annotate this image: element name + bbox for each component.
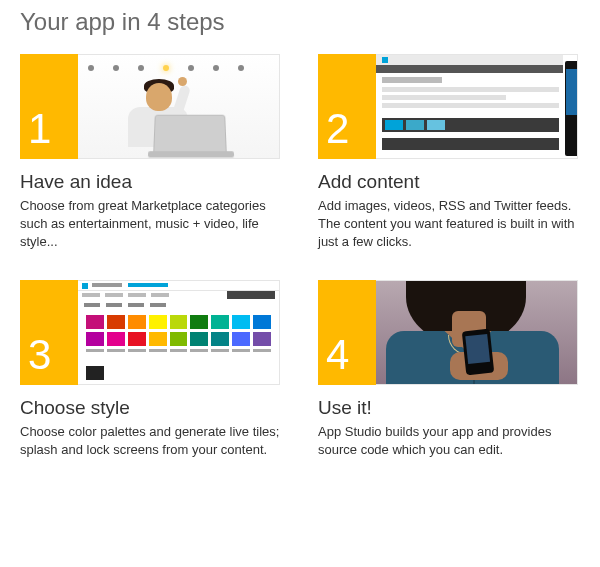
step-number-badge: 4 (318, 280, 376, 385)
step-card-2: 2 Add content Add images, videos, RSS an… (300, 54, 580, 252)
lightbulb-icon (78, 59, 279, 77)
illustration-use-phone (376, 280, 578, 385)
color-swatch (170, 315, 188, 329)
illustration-idea (78, 54, 280, 159)
laptop-icon (153, 115, 227, 155)
step-description: Add images, videos, RSS and Twitter feed… (318, 197, 580, 252)
color-swatch (211, 315, 229, 329)
color-swatch (190, 332, 208, 346)
phone-icon (565, 61, 578, 156)
step-tile-1: 1 (20, 54, 280, 159)
phone-icon (462, 328, 494, 375)
color-swatch (232, 315, 250, 329)
page-title: Your app in 4 steps (0, 0, 600, 54)
color-swatch (86, 315, 104, 329)
color-swatch (86, 332, 104, 346)
color-swatch (128, 332, 146, 346)
color-swatch (170, 332, 188, 346)
step-number-badge: 3 (20, 280, 78, 385)
steps-grid: 1 Have an idea Choose from great Marketp… (0, 54, 600, 487)
step-description: App Studio builds your app and provides … (318, 423, 580, 459)
step-title: Have an idea (20, 171, 282, 193)
color-swatch (190, 315, 208, 329)
step-description: Choose from great Marketplace categories… (20, 197, 282, 252)
step-title: Add content (318, 171, 580, 193)
color-swatch (253, 315, 271, 329)
color-swatch (253, 332, 271, 346)
step-number-badge: 2 (318, 54, 376, 159)
step-tile-3: 3 (20, 280, 280, 385)
illustration-style-palette (78, 280, 280, 385)
step-tile-4: 4 (318, 280, 578, 385)
step-number-badge: 1 (20, 54, 78, 159)
step-tile-2: 2 (318, 54, 578, 159)
color-swatch (107, 315, 125, 329)
color-swatch (211, 332, 229, 346)
color-swatch (107, 332, 125, 346)
step-card-3: 3 Choose style Choose color palettes and… (20, 280, 300, 459)
color-swatch (232, 332, 250, 346)
color-swatch (149, 332, 167, 346)
color-swatch (128, 315, 146, 329)
step-title: Use it! (318, 397, 580, 419)
color-swatch (149, 315, 167, 329)
step-title: Choose style (20, 397, 282, 419)
step-card-1: 1 Have an idea Choose from great Marketp… (20, 54, 300, 252)
illustration-content-form (376, 54, 578, 159)
step-card-4: 4 Use it! App Studio builds your app and… (300, 280, 580, 459)
step-description: Choose color palettes and generate live … (20, 423, 282, 459)
